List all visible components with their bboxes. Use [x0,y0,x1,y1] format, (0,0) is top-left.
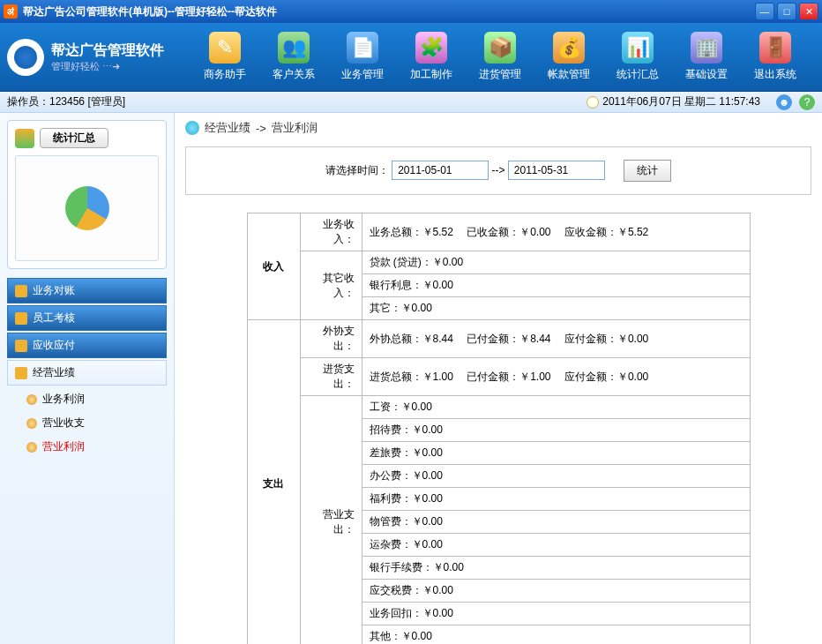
maximize-button[interactable]: □ [777,3,796,20]
bullet-icon [26,442,37,453]
brand-name: 帮达广告管理软件 [51,41,164,60]
exit-icon: 🚪 [759,32,791,64]
rss-icon: ॳ [4,4,18,19]
statusbar: 操作员：123456 [管理员] 2011年06月07日 星期二 11:57:4… [0,92,822,113]
menu-staff-assess[interactable]: 员工考核 [7,305,167,331]
sub-operating-profit[interactable]: 营业利润 [7,435,167,459]
biz-income-label: 业务收入： [300,213,362,251]
settings-icon: 🏢 [691,32,722,64]
brand: 帮达广告管理软件 管理好轻松 ⋯➜ [7,39,164,76]
filter-box: 请选择时间： --> 统计 [185,146,811,195]
bank-fee-val: 银行手续费：￥0.00 [362,557,750,580]
biz-expense-label: 营业支出： [300,396,362,645]
table-row: 营业支出： 工资：￥0.00 [247,396,750,419]
purchase-icon: 📦 [484,32,516,64]
income-cat: 收入 [247,213,300,320]
bullet-icon [26,394,37,405]
other-in-val: 其它：￥0.00 [362,297,750,320]
gear-icon [7,39,44,76]
bank-interest-val: 银行利息：￥0.00 [362,274,750,297]
bullet-icon [26,418,37,429]
menu-ar-ap[interactable]: 应收应付 [7,333,167,358]
arrow-label: --> [492,164,505,176]
breadcrumb-icon [185,121,199,135]
breadcrumb: 经营业绩 -> 营业利润 [185,120,811,136]
sidebar: 统计汇总 业务对账 员工考核 应收应付 经营业绩 业务利润 营业收支 营业利润 [0,113,175,644]
tb-customer[interactable]: 👥客户关系 [259,32,328,82]
other-out-val: 其他：￥0.00 [362,625,750,645]
loan-val: 贷款 (贷进)：￥0.00 [362,251,750,274]
date-from-input[interactable] [392,161,489,180]
sidebar-image [15,155,159,261]
minimize-button[interactable]: — [755,3,774,20]
office-val: 办公费：￥0.00 [362,465,750,488]
travel-val: 差旅费：￥0.00 [362,442,750,465]
table-row: 支出 外协支出： 外协总额：￥8.44 已付金额：￥8.44 应付金额：￥0.0… [247,320,750,358]
sub-biz-profit[interactable]: 业务利润 [7,387,167,411]
datetime: 2011年06月07日 星期二 11:57:43 [602,94,760,109]
tb-business[interactable]: 📄业务管理 [328,32,397,82]
tb-process[interactable]: 🧩加工制作 [397,32,466,82]
welfare-val: 福利费：￥0.00 [362,488,750,511]
profit-table: 收入 业务收入： 业务总额：￥5.52 已收金额：￥0.00 应收金额：￥5.5… [247,213,751,644]
tb-account[interactable]: 💰帐款管理 [534,32,603,82]
titlebar: ॳ 帮达广告公司管理软件(单机版)--管理好轻松--帮达软件 — □ ✕ [0,0,822,23]
operator-value: 123456 [管理员] [49,95,125,108]
support-icon[interactable]: ☻ [776,94,792,110]
entertain-val: 招待费：￥0.00 [362,419,750,442]
assistant-icon: ✎ [209,32,241,64]
menu-biz-recon[interactable]: 业务对账 [7,278,167,303]
sub-income-expense[interactable]: 营业收支 [7,411,167,435]
tb-assistant[interactable]: ✎商务助手 [191,32,259,82]
expense-cat: 支出 [247,320,300,645]
tb-exit[interactable]: 🚪退出系统 [741,32,810,82]
rebate-val: 业务回扣：￥0.00 [362,603,750,625]
sidebar-title: 统计汇总 [40,128,108,148]
tb-settings[interactable]: 🏢基础设置 [672,32,741,82]
stats-icon: 📊 [622,32,654,64]
wage-val: 工资：￥0.00 [362,396,750,419]
brand-slogan: 管理好轻松 [51,61,100,71]
doc-icon [15,312,27,325]
clock-icon [587,96,599,109]
toolbar: 帮达广告管理软件 管理好轻松 ⋯➜ ✎商务助手 👥客户关系 📄业务管理 🧩加工制… [0,23,822,92]
customer-icon: 👥 [278,32,310,64]
property-val: 物管费：￥0.00 [362,511,750,534]
operator-label: 操作员： [7,95,49,108]
menu-performance[interactable]: 经营业绩 [7,360,167,386]
content: 经营业绩 -> 营业利润 请选择时间： --> 统计 收入 业务收入： 业务总额… [175,113,822,644]
doc-icon [15,367,27,379]
outsource-label: 外协支出： [300,320,362,358]
tb-purchase[interactable]: 📦进货管理 [466,32,534,82]
doc-icon [15,340,27,352]
table-row: 收入 业务收入： 业务总额：￥5.52 已收金额：￥0.00 应收金额：￥5.5… [247,213,750,251]
doc-icon [15,285,27,297]
account-icon: 💰 [553,32,585,64]
stats-badge-icon [15,129,34,148]
window-title: 帮达广告公司管理软件(单机版)--管理好轻松--帮达软件 [23,4,755,19]
stat-button[interactable]: 统计 [624,160,671,182]
purchase-val: 进货总额：￥1.00 已付金额：￥1.00 应付金额：￥0.00 [362,358,750,396]
tax-val: 应交税费：￥0.00 [362,580,750,603]
pie-icon [65,186,109,230]
help-icon[interactable]: ? [799,94,815,110]
close-button[interactable]: ✕ [799,3,818,20]
table-row: 其它收入： 贷款 (贷进)：￥0.00 [247,251,750,274]
outsource-val: 外协总额：￥8.44 已付金额：￥8.44 应付金额：￥0.00 [362,320,750,358]
time-label: 请选择时间： [325,164,389,176]
purchase-label: 进货支出： [300,358,362,396]
biz-income-val: 业务总额：￥5.52 已收金额：￥0.00 应收金额：￥5.52 [362,213,750,251]
freight-val: 运杂费：￥0.00 [362,534,750,557]
process-icon: 🧩 [415,32,447,64]
other-income-label: 其它收入： [300,251,362,320]
tb-stats[interactable]: 📊统计汇总 [603,32,672,82]
business-icon: 📄 [347,32,378,64]
date-to-input[interactable] [508,161,605,180]
table-row: 进货支出： 进货总额：￥1.00 已付金额：￥1.00 应付金额：￥0.00 [247,358,750,396]
